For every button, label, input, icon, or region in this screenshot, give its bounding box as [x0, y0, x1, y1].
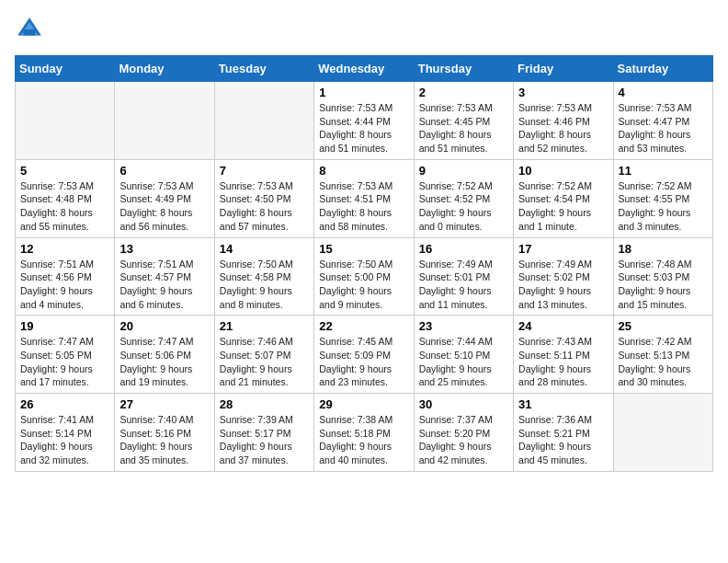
- calendar-day-cell: 30Sunrise: 7:37 AM Sunset: 5:20 PM Dayli…: [414, 394, 513, 472]
- day-number: 7: [220, 164, 309, 178]
- day-info: Sunrise: 7:53 AM Sunset: 4:45 PM Dayligh…: [419, 101, 508, 155]
- day-number: 19: [20, 319, 109, 333]
- day-number: 25: [619, 319, 708, 333]
- calendar-day-cell: 8Sunrise: 7:53 AM Sunset: 4:51 PM Daylig…: [314, 159, 414, 237]
- day-info: Sunrise: 7:41 AM Sunset: 5:14 PM Dayligh…: [20, 413, 109, 467]
- calendar-day-header: Saturday: [613, 56, 712, 82]
- day-info: Sunrise: 7:51 AM Sunset: 4:56 PM Dayligh…: [20, 258, 109, 312]
- calendar-week-row: 12Sunrise: 7:51 AM Sunset: 4:56 PM Dayli…: [16, 237, 713, 316]
- day-info: Sunrise: 7:53 AM Sunset: 4:51 PM Dayligh…: [319, 179, 408, 234]
- day-info: Sunrise: 7:37 AM Sunset: 5:20 PM Dayligh…: [419, 413, 508, 467]
- calendar-day-cell: 13Sunrise: 7:51 AM Sunset: 4:57 PM Dayli…: [115, 237, 214, 316]
- calendar-day-cell: 27Sunrise: 7:40 AM Sunset: 5:16 PM Dayli…: [115, 394, 214, 472]
- calendar-day-cell: 23Sunrise: 7:44 AM Sunset: 5:10 PM Dayli…: [414, 316, 513, 394]
- day-info: Sunrise: 7:53 AM Sunset: 4:44 PM Dayligh…: [319, 101, 408, 155]
- calendar-day-cell: 24Sunrise: 7:43 AM Sunset: 5:11 PM Dayli…: [514, 316, 613, 394]
- day-number: 17: [518, 242, 608, 256]
- day-info: Sunrise: 7:53 AM Sunset: 4:47 PM Dayligh…: [619, 101, 708, 155]
- day-info: Sunrise: 7:45 AM Sunset: 5:09 PM Dayligh…: [319, 335, 408, 389]
- logo: [15, 15, 48, 44]
- svg-rect-2: [24, 29, 36, 35]
- calendar-header-row: SundayMondayTuesdayWednesdayThursdayFrid…: [16, 56, 713, 82]
- day-info: Sunrise: 7:46 AM Sunset: 5:07 PM Dayligh…: [220, 335, 309, 389]
- calendar-table: SundayMondayTuesdayWednesdayThursdayFrid…: [15, 55, 713, 472]
- calendar-body: 1Sunrise: 7:53 AM Sunset: 4:44 PM Daylig…: [16, 82, 713, 472]
- calendar-day-cell: [214, 82, 313, 160]
- day-number: 1: [319, 86, 408, 99]
- calendar-day-header: Friday: [514, 56, 613, 82]
- day-number: 28: [220, 397, 309, 411]
- day-number: 15: [319, 242, 408, 256]
- day-number: 11: [619, 164, 708, 178]
- calendar-day-cell: [613, 394, 712, 472]
- day-info: Sunrise: 7:42 AM Sunset: 5:13 PM Dayligh…: [619, 335, 708, 389]
- calendar-day-cell: 4Sunrise: 7:53 AM Sunset: 4:47 PM Daylig…: [613, 82, 712, 160]
- day-info: Sunrise: 7:51 AM Sunset: 4:57 PM Dayligh…: [119, 258, 209, 312]
- calendar-day-cell: 26Sunrise: 7:41 AM Sunset: 5:14 PM Dayli…: [16, 394, 115, 472]
- day-info: Sunrise: 7:52 AM Sunset: 4:54 PM Dayligh…: [518, 179, 608, 234]
- calendar-day-cell: 21Sunrise: 7:46 AM Sunset: 5:07 PM Dayli…: [214, 316, 313, 394]
- calendar-day-cell: 3Sunrise: 7:53 AM Sunset: 4:46 PM Daylig…: [514, 82, 613, 160]
- day-info: Sunrise: 7:50 AM Sunset: 5:00 PM Dayligh…: [319, 258, 408, 312]
- day-info: Sunrise: 7:52 AM Sunset: 4:52 PM Dayligh…: [419, 179, 508, 234]
- calendar-day-cell: 5Sunrise: 7:53 AM Sunset: 4:48 PM Daylig…: [16, 159, 115, 237]
- day-number: 14: [220, 242, 309, 256]
- day-info: Sunrise: 7:53 AM Sunset: 4:50 PM Dayligh…: [220, 179, 309, 234]
- day-number: 18: [619, 242, 708, 256]
- calendar-day-cell: 28Sunrise: 7:39 AM Sunset: 5:17 PM Dayli…: [214, 394, 313, 472]
- day-number: 12: [20, 242, 109, 256]
- day-info: Sunrise: 7:39 AM Sunset: 5:17 PM Dayligh…: [220, 413, 309, 467]
- day-number: 9: [419, 164, 508, 178]
- day-info: Sunrise: 7:49 AM Sunset: 5:01 PM Dayligh…: [419, 258, 508, 312]
- day-number: 6: [119, 164, 209, 178]
- day-number: 20: [119, 319, 209, 333]
- day-number: 26: [20, 397, 109, 411]
- calendar-day-header: Tuesday: [214, 56, 313, 82]
- calendar-day-cell: 10Sunrise: 7:52 AM Sunset: 4:54 PM Dayli…: [514, 159, 613, 237]
- day-number: 13: [119, 242, 209, 256]
- day-number: 31: [518, 397, 608, 411]
- day-info: Sunrise: 7:36 AM Sunset: 5:21 PM Dayligh…: [518, 413, 608, 467]
- calendar-day-header: Wednesday: [314, 56, 414, 82]
- calendar-day-cell: [115, 82, 214, 160]
- calendar-day-header: Sunday: [16, 56, 115, 82]
- calendar-day-cell: 20Sunrise: 7:47 AM Sunset: 5:06 PM Dayli…: [115, 316, 214, 394]
- calendar-day-cell: 1Sunrise: 7:53 AM Sunset: 4:44 PM Daylig…: [314, 82, 414, 160]
- calendar-day-cell: 7Sunrise: 7:53 AM Sunset: 4:50 PM Daylig…: [214, 159, 313, 237]
- day-number: 2: [419, 86, 508, 99]
- day-number: 23: [419, 319, 508, 333]
- day-number: 30: [419, 397, 508, 411]
- day-info: Sunrise: 7:47 AM Sunset: 5:05 PM Dayligh…: [20, 335, 109, 389]
- day-info: Sunrise: 7:50 AM Sunset: 4:58 PM Dayligh…: [220, 258, 309, 312]
- day-info: Sunrise: 7:53 AM Sunset: 4:46 PM Dayligh…: [518, 101, 608, 155]
- day-number: 27: [119, 397, 209, 411]
- day-info: Sunrise: 7:47 AM Sunset: 5:06 PM Dayligh…: [119, 335, 209, 389]
- calendar-day-cell: 11Sunrise: 7:52 AM Sunset: 4:55 PM Dayli…: [613, 159, 712, 237]
- day-info: Sunrise: 7:43 AM Sunset: 5:11 PM Dayligh…: [518, 335, 608, 389]
- day-number: 10: [518, 164, 608, 178]
- calendar-week-row: 19Sunrise: 7:47 AM Sunset: 5:05 PM Dayli…: [16, 316, 713, 394]
- calendar-day-cell: 31Sunrise: 7:36 AM Sunset: 5:21 PM Dayli…: [514, 394, 613, 472]
- day-number: 29: [319, 397, 408, 411]
- calendar-week-row: 1Sunrise: 7:53 AM Sunset: 4:44 PM Daylig…: [16, 82, 713, 160]
- calendar-day-cell: [16, 82, 115, 160]
- calendar-day-cell: 12Sunrise: 7:51 AM Sunset: 4:56 PM Dayli…: [16, 237, 115, 316]
- day-info: Sunrise: 7:52 AM Sunset: 4:55 PM Dayligh…: [619, 179, 708, 234]
- day-info: Sunrise: 7:53 AM Sunset: 4:48 PM Dayligh…: [20, 179, 109, 234]
- day-number: 22: [319, 319, 408, 333]
- calendar-day-cell: 29Sunrise: 7:38 AM Sunset: 5:18 PM Dayli…: [314, 394, 414, 472]
- calendar-day-cell: 15Sunrise: 7:50 AM Sunset: 5:00 PM Dayli…: [314, 237, 414, 316]
- calendar-day-cell: 18Sunrise: 7:48 AM Sunset: 5:03 PM Dayli…: [613, 237, 712, 316]
- day-info: Sunrise: 7:49 AM Sunset: 5:02 PM Dayligh…: [518, 258, 608, 312]
- calendar-day-cell: 22Sunrise: 7:45 AM Sunset: 5:09 PM Dayli…: [314, 316, 414, 394]
- calendar-day-cell: 6Sunrise: 7:53 AM Sunset: 4:49 PM Daylig…: [115, 159, 214, 237]
- day-info: Sunrise: 7:38 AM Sunset: 5:18 PM Dayligh…: [319, 413, 408, 467]
- calendar-day-header: Thursday: [414, 56, 513, 82]
- day-number: 21: [220, 319, 309, 333]
- day-number: 8: [319, 164, 408, 178]
- calendar-day-cell: 25Sunrise: 7:42 AM Sunset: 5:13 PM Dayli…: [613, 316, 712, 394]
- calendar-day-cell: 2Sunrise: 7:53 AM Sunset: 4:45 PM Daylig…: [414, 82, 513, 160]
- calendar-day-cell: 19Sunrise: 7:47 AM Sunset: 5:05 PM Dayli…: [16, 316, 115, 394]
- day-number: 5: [20, 164, 109, 178]
- day-info: Sunrise: 7:44 AM Sunset: 5:10 PM Dayligh…: [419, 335, 508, 389]
